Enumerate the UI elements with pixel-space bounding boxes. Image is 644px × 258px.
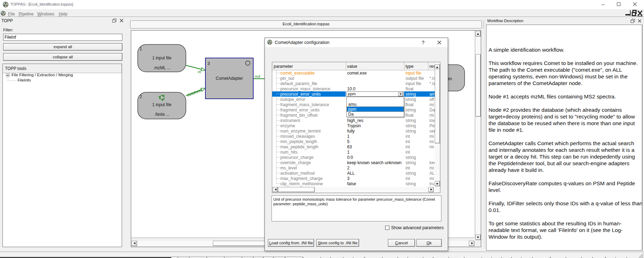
svg-text:CometAdapter: CometAdapter — [216, 76, 243, 81]
svg-text:1: 1 — [140, 46, 142, 51]
svg-text:in: in — [197, 69, 201, 74]
svg-text:.fasta ...: .fasta ... — [154, 112, 170, 117]
svg-text:database: database — [186, 88, 203, 97]
svg-text:3: 3 — [208, 61, 210, 66]
svg-text:2: 2 — [140, 94, 142, 99]
svg-text:1 input file: 1 input file — [152, 56, 172, 60]
svg-text:out: out — [255, 74, 261, 78]
svg-text:1 input file: 1 input file — [152, 102, 172, 107]
svg-text:.mzML ...: .mzML ... — [153, 65, 171, 70]
